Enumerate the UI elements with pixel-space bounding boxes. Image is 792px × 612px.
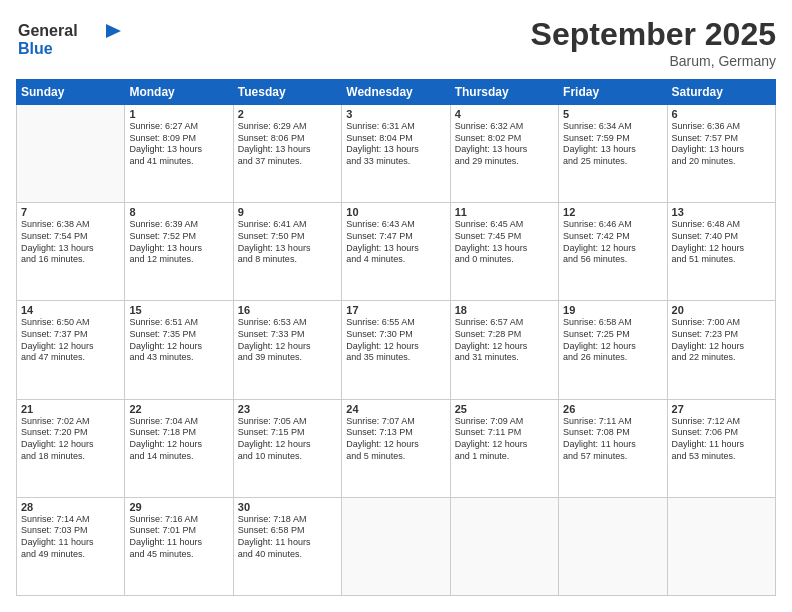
- day-cell: 21Sunrise: 7:02 AM Sunset: 7:20 PM Dayli…: [17, 399, 125, 497]
- day-info: Sunrise: 6:58 AM Sunset: 7:25 PM Dayligh…: [563, 317, 662, 364]
- day-cell: 23Sunrise: 7:05 AM Sunset: 7:15 PM Dayli…: [233, 399, 341, 497]
- day-number: 18: [455, 304, 554, 316]
- day-number: 8: [129, 206, 228, 218]
- week-row-1: 1Sunrise: 6:27 AM Sunset: 8:09 PM Daylig…: [17, 105, 776, 203]
- day-cell: 25Sunrise: 7:09 AM Sunset: 7:11 PM Dayli…: [450, 399, 558, 497]
- day-number: 24: [346, 403, 445, 415]
- day-info: Sunrise: 7:09 AM Sunset: 7:11 PM Dayligh…: [455, 416, 554, 463]
- day-number: 4: [455, 108, 554, 120]
- day-cell: 27Sunrise: 7:12 AM Sunset: 7:06 PM Dayli…: [667, 399, 775, 497]
- day-info: Sunrise: 6:51 AM Sunset: 7:35 PM Dayligh…: [129, 317, 228, 364]
- day-info: Sunrise: 6:55 AM Sunset: 7:30 PM Dayligh…: [346, 317, 445, 364]
- day-cell: 28Sunrise: 7:14 AM Sunset: 7:03 PM Dayli…: [17, 497, 125, 595]
- day-cell: [342, 497, 450, 595]
- day-number: 10: [346, 206, 445, 218]
- day-cell: 11Sunrise: 6:45 AM Sunset: 7:45 PM Dayli…: [450, 203, 558, 301]
- day-number: 25: [455, 403, 554, 415]
- day-cell: 26Sunrise: 7:11 AM Sunset: 7:08 PM Dayli…: [559, 399, 667, 497]
- day-cell: 24Sunrise: 7:07 AM Sunset: 7:13 PM Dayli…: [342, 399, 450, 497]
- day-info: Sunrise: 7:16 AM Sunset: 7:01 PM Dayligh…: [129, 514, 228, 561]
- day-number: 28: [21, 501, 120, 513]
- day-number: 11: [455, 206, 554, 218]
- day-cell: 13Sunrise: 6:48 AM Sunset: 7:40 PM Dayli…: [667, 203, 775, 301]
- header: General Blue September 2025 Barum, Germa…: [16, 16, 776, 69]
- day-info: Sunrise: 6:34 AM Sunset: 7:59 PM Dayligh…: [563, 121, 662, 168]
- day-number: 22: [129, 403, 228, 415]
- day-cell: 10Sunrise: 6:43 AM Sunset: 7:47 PM Dayli…: [342, 203, 450, 301]
- day-cell: 20Sunrise: 7:00 AM Sunset: 7:23 PM Dayli…: [667, 301, 775, 399]
- day-number: 7: [21, 206, 120, 218]
- day-cell: 1Sunrise: 6:27 AM Sunset: 8:09 PM Daylig…: [125, 105, 233, 203]
- day-number: 1: [129, 108, 228, 120]
- day-info: Sunrise: 6:39 AM Sunset: 7:52 PM Dayligh…: [129, 219, 228, 266]
- day-number: 21: [21, 403, 120, 415]
- day-cell: 14Sunrise: 6:50 AM Sunset: 7:37 PM Dayli…: [17, 301, 125, 399]
- day-info: Sunrise: 6:53 AM Sunset: 7:33 PM Dayligh…: [238, 317, 337, 364]
- day-cell: [667, 497, 775, 595]
- day-info: Sunrise: 7:02 AM Sunset: 7:20 PM Dayligh…: [21, 416, 120, 463]
- day-info: Sunrise: 7:11 AM Sunset: 7:08 PM Dayligh…: [563, 416, 662, 463]
- week-row-5: 28Sunrise: 7:14 AM Sunset: 7:03 PM Dayli…: [17, 497, 776, 595]
- day-cell: [17, 105, 125, 203]
- day-number: 17: [346, 304, 445, 316]
- day-cell: 2Sunrise: 6:29 AM Sunset: 8:06 PM Daylig…: [233, 105, 341, 203]
- calendar-table: SundayMondayTuesdayWednesdayThursdayFrid…: [16, 79, 776, 596]
- day-info: Sunrise: 6:38 AM Sunset: 7:54 PM Dayligh…: [21, 219, 120, 266]
- day-cell: 16Sunrise: 6:53 AM Sunset: 7:33 PM Dayli…: [233, 301, 341, 399]
- day-info: Sunrise: 6:29 AM Sunset: 8:06 PM Dayligh…: [238, 121, 337, 168]
- day-number: 16: [238, 304, 337, 316]
- day-cell: 3Sunrise: 6:31 AM Sunset: 8:04 PM Daylig…: [342, 105, 450, 203]
- svg-text:General: General: [18, 22, 78, 39]
- day-info: Sunrise: 6:32 AM Sunset: 8:02 PM Dayligh…: [455, 121, 554, 168]
- day-number: 12: [563, 206, 662, 218]
- day-info: Sunrise: 7:12 AM Sunset: 7:06 PM Dayligh…: [672, 416, 771, 463]
- title-block: September 2025 Barum, Germany: [531, 16, 776, 69]
- day-number: 27: [672, 403, 771, 415]
- day-number: 9: [238, 206, 337, 218]
- svg-text:Blue: Blue: [18, 40, 53, 57]
- header-row: SundayMondayTuesdayWednesdayThursdayFrid…: [17, 80, 776, 105]
- day-cell: 5Sunrise: 6:34 AM Sunset: 7:59 PM Daylig…: [559, 105, 667, 203]
- col-header-friday: Friday: [559, 80, 667, 105]
- logo: General Blue: [16, 16, 126, 65]
- location: Barum, Germany: [531, 53, 776, 69]
- week-row-4: 21Sunrise: 7:02 AM Sunset: 7:20 PM Dayli…: [17, 399, 776, 497]
- day-cell: 6Sunrise: 6:36 AM Sunset: 7:57 PM Daylig…: [667, 105, 775, 203]
- day-info: Sunrise: 6:45 AM Sunset: 7:45 PM Dayligh…: [455, 219, 554, 266]
- day-cell: 30Sunrise: 7:18 AM Sunset: 6:58 PM Dayli…: [233, 497, 341, 595]
- day-cell: 18Sunrise: 6:57 AM Sunset: 7:28 PM Dayli…: [450, 301, 558, 399]
- day-info: Sunrise: 7:18 AM Sunset: 6:58 PM Dayligh…: [238, 514, 337, 561]
- col-header-thursday: Thursday: [450, 80, 558, 105]
- day-info: Sunrise: 6:36 AM Sunset: 7:57 PM Dayligh…: [672, 121, 771, 168]
- day-number: 13: [672, 206, 771, 218]
- logo-text: General Blue: [16, 16, 126, 65]
- day-cell: 29Sunrise: 7:16 AM Sunset: 7:01 PM Dayli…: [125, 497, 233, 595]
- day-number: 26: [563, 403, 662, 415]
- day-number: 20: [672, 304, 771, 316]
- day-number: 30: [238, 501, 337, 513]
- day-cell: [559, 497, 667, 595]
- day-cell: 15Sunrise: 6:51 AM Sunset: 7:35 PM Dayli…: [125, 301, 233, 399]
- day-cell: 9Sunrise: 6:41 AM Sunset: 7:50 PM Daylig…: [233, 203, 341, 301]
- day-cell: 19Sunrise: 6:58 AM Sunset: 7:25 PM Dayli…: [559, 301, 667, 399]
- week-row-3: 14Sunrise: 6:50 AM Sunset: 7:37 PM Dayli…: [17, 301, 776, 399]
- col-header-monday: Monday: [125, 80, 233, 105]
- day-number: 23: [238, 403, 337, 415]
- day-info: Sunrise: 6:46 AM Sunset: 7:42 PM Dayligh…: [563, 219, 662, 266]
- day-cell: [450, 497, 558, 595]
- day-info: Sunrise: 7:05 AM Sunset: 7:15 PM Dayligh…: [238, 416, 337, 463]
- day-cell: 17Sunrise: 6:55 AM Sunset: 7:30 PM Dayli…: [342, 301, 450, 399]
- col-header-sunday: Sunday: [17, 80, 125, 105]
- day-number: 15: [129, 304, 228, 316]
- day-info: Sunrise: 6:50 AM Sunset: 7:37 PM Dayligh…: [21, 317, 120, 364]
- day-info: Sunrise: 6:27 AM Sunset: 8:09 PM Dayligh…: [129, 121, 228, 168]
- day-cell: 4Sunrise: 6:32 AM Sunset: 8:02 PM Daylig…: [450, 105, 558, 203]
- col-header-tuesday: Tuesday: [233, 80, 341, 105]
- day-number: 3: [346, 108, 445, 120]
- day-number: 6: [672, 108, 771, 120]
- svg-marker-1: [106, 24, 121, 38]
- day-number: 14: [21, 304, 120, 316]
- month-title: September 2025: [531, 16, 776, 53]
- day-cell: 22Sunrise: 7:04 AM Sunset: 7:18 PM Dayli…: [125, 399, 233, 497]
- day-info: Sunrise: 7:14 AM Sunset: 7:03 PM Dayligh…: [21, 514, 120, 561]
